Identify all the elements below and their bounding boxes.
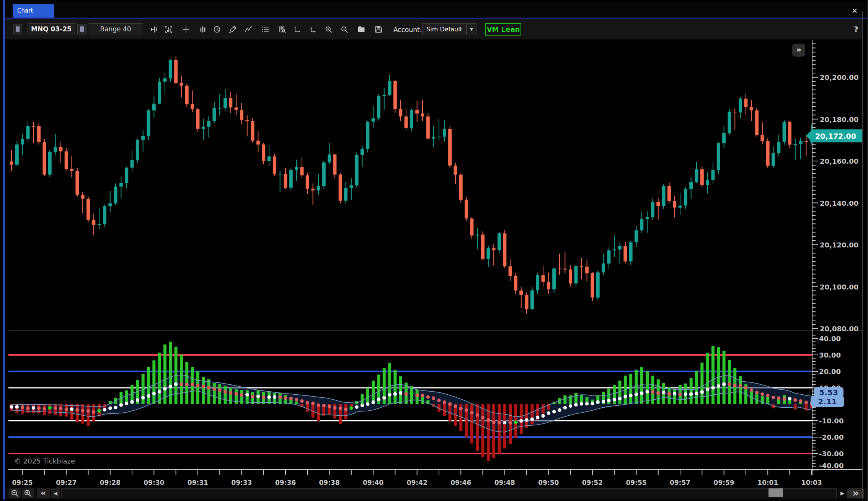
strategy-badge[interactable]: VM Lean xyxy=(485,23,521,36)
svg-text:09:27: 09:27 xyxy=(56,479,77,486)
zoom-out-icon[interactable] xyxy=(340,25,349,34)
svg-text:09:46: 09:46 xyxy=(450,479,471,486)
svg-text:09:59: 09:59 xyxy=(714,479,734,486)
axis-scale-icon[interactable] xyxy=(293,25,302,34)
svg-text:-10.00: -10.00 xyxy=(819,417,844,425)
svg-text:09:33: 09:33 xyxy=(231,479,252,486)
scrollbar-thumb[interactable] xyxy=(768,488,783,497)
page-left-button[interactable]: « xyxy=(37,488,50,498)
panel-toggle-icon xyxy=(16,26,20,32)
titlebar-accent-line xyxy=(5,18,868,19)
account-select[interactable]: Sim Default xyxy=(422,23,467,35)
svg-text:09:40: 09:40 xyxy=(363,479,383,486)
svg-text:09:25: 09:25 xyxy=(12,479,33,486)
scrollbar-track[interactable] xyxy=(61,488,837,498)
watchlist-icon[interactable] xyxy=(261,25,270,34)
price-indicator-chart[interactable]: 20,200.0020,180.0020,160.0020,140.0020,1… xyxy=(8,39,868,488)
svg-text:20,100.00: 20,100.00 xyxy=(820,283,858,291)
chart-type-icon[interactable] xyxy=(164,25,173,34)
svg-text:20,200.00: 20,200.00 xyxy=(820,73,858,81)
zoom-in-button[interactable] xyxy=(22,488,34,498)
step-right-button[interactable]: ▶ xyxy=(838,488,847,498)
svg-text:20.00: 20.00 xyxy=(819,368,841,376)
svg-text:09:48: 09:48 xyxy=(494,479,515,486)
svg-text:-30.00: -30.00 xyxy=(819,450,844,458)
window-right-frame xyxy=(862,11,863,499)
tab-chart[interactable]: Chart xyxy=(13,4,54,18)
save-layout-icon[interactable] xyxy=(374,25,383,34)
link-toggle-icon xyxy=(80,26,84,32)
chevron-down-icon: ▼ xyxy=(470,27,473,31)
report-search-icon[interactable] xyxy=(278,25,287,34)
svg-text:2.11: 2.11 xyxy=(818,397,837,406)
workspace-folder-icon[interactable] xyxy=(357,25,366,34)
svg-text:09:55: 09:55 xyxy=(626,479,646,486)
window-left-edge xyxy=(3,0,5,499)
account-label: Account: xyxy=(393,26,422,34)
account-dropdown-arrow[interactable]: ▼ xyxy=(467,23,476,35)
chevron-right-icon: ▶ xyxy=(840,490,844,496)
svg-text:20,180.00: 20,180.00 xyxy=(820,115,858,124)
svg-text:20,080.00: 20,080.00 xyxy=(820,325,858,333)
axis-reset-icon[interactable] xyxy=(308,25,318,34)
price-badge: 20,172.00 xyxy=(806,129,863,142)
svg-text:09:31: 09:31 xyxy=(188,479,208,486)
draw-pencil-icon[interactable] xyxy=(228,25,237,34)
svg-text:20,172.00: 20,172.00 xyxy=(815,132,856,140)
zoom-out-button[interactable] xyxy=(9,488,21,498)
double-chevron-left-icon: « xyxy=(41,488,46,498)
expand-panel-button[interactable]: » xyxy=(792,44,805,57)
svg-text:20,160.00: 20,160.00 xyxy=(820,157,858,165)
trendline-icon[interactable] xyxy=(244,25,253,34)
toolbar: MNQ 03-25 Range 40 Account: Sim Default … xyxy=(5,19,863,40)
svg-text:09:36: 09:36 xyxy=(275,479,296,486)
svg-text:20,140.00: 20,140.00 xyxy=(820,199,858,207)
help-button[interactable]: ? xyxy=(852,25,860,34)
svg-text:5.53: 5.53 xyxy=(819,388,838,397)
chevron-left-icon: ◀ xyxy=(54,491,57,496)
bar-style-icon[interactable] xyxy=(198,25,207,34)
symbol-label: MNQ 03-25 xyxy=(31,25,72,33)
title-bar: Chart ✕ xyxy=(5,3,868,18)
crosshair-icon[interactable] xyxy=(181,25,191,34)
link-toggle-button[interactable] xyxy=(77,24,86,34)
svg-text:-40.00: -40.00 xyxy=(819,462,844,470)
svg-text:-20.00: -20.00 xyxy=(819,433,844,441)
tab-chart-label: Chart xyxy=(17,7,33,14)
dom-panel-icon[interactable] xyxy=(149,25,158,34)
svg-text:09:28: 09:28 xyxy=(100,479,121,486)
double-chevron-right-icon: » xyxy=(853,487,859,499)
oscillator-value-badges: 5.532.11 xyxy=(811,387,844,407)
svg-text:09:50: 09:50 xyxy=(538,479,559,486)
zoom-in-icon xyxy=(23,488,33,498)
svg-text:30.00: 30.00 xyxy=(819,351,841,359)
symbol-box[interactable]: MNQ 03-25 xyxy=(28,23,75,35)
panel-toggle-button[interactable] xyxy=(13,24,22,34)
account-value: Sim Default xyxy=(426,26,462,33)
strategy-label: VM Lean xyxy=(487,25,520,33)
window-right-edge xyxy=(867,0,868,501)
svg-text:10:03: 10:03 xyxy=(801,479,822,486)
timeframe-icon[interactable] xyxy=(212,25,222,34)
range-label: Range 40 xyxy=(100,25,131,33)
svg-text:09:42: 09:42 xyxy=(407,479,427,486)
step-left-button[interactable]: ◀ xyxy=(51,488,60,498)
svg-text:09:52: 09:52 xyxy=(582,479,603,486)
svg-text:09:30: 09:30 xyxy=(144,479,164,486)
svg-text:20,120.00: 20,120.00 xyxy=(820,241,858,249)
range-box[interactable]: Range 40 xyxy=(89,23,142,35)
svg-text:09:57: 09:57 xyxy=(670,479,690,486)
zoom-out-icon xyxy=(10,488,20,498)
zoom-in-icon[interactable] xyxy=(324,25,333,34)
bottom-scrollbar: « ◀ ▶ » xyxy=(5,488,868,499)
svg-text:09:38: 09:38 xyxy=(319,479,340,486)
copyright-label: © 2025 Tickblaze xyxy=(14,457,75,465)
svg-text:10:01: 10:01 xyxy=(757,479,778,486)
svg-text:40.00: 40.00 xyxy=(819,335,841,343)
close-icon[interactable]: ✕ xyxy=(850,6,859,15)
